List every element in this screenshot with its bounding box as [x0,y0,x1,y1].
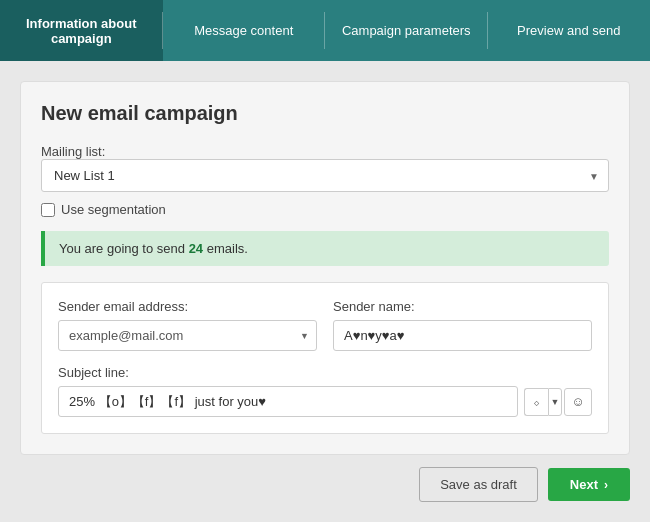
subject-icons: ⬦ ▼ ☺ [524,388,592,416]
tab-information[interactable]: Information about campaign [0,0,163,61]
subject-section: Subject line: ⬦ ▼ ☺ [58,365,592,417]
save-draft-button[interactable]: Save as draft [419,467,538,502]
sender-name-label: Sender name: [333,299,592,314]
emoji-icon[interactable]: ☺ [564,388,592,416]
info-text-after: emails. [203,241,248,256]
subject-input[interactable] [58,386,518,417]
segmentation-row: Use segmentation [41,202,609,217]
mailing-list-label: Mailing list: [41,144,105,159]
sender-email-label: Sender email address: [58,299,317,314]
info-banner: You are going to send 24 emails. [41,231,609,266]
use-segmentation-checkbox[interactable] [41,203,55,217]
tab-parameters[interactable]: Campaign parameters [325,0,488,61]
top-navigation: Information about campaign Message conte… [0,0,650,61]
sender-row: Sender email address: example@mail.com S… [58,299,592,351]
next-arrow-icon: › [604,478,608,492]
sender-form: Sender email address: example@mail.com S… [41,282,609,434]
next-label: Next [570,477,598,492]
mailing-list-wrapper: New List 1 [41,159,609,192]
variable-dropdown-icon[interactable]: ▼ [548,388,562,416]
sender-name-col: Sender name: [333,299,592,351]
tab-preview[interactable]: Preview and send [488,0,651,61]
use-segmentation-label: Use segmentation [61,202,166,217]
subject-row: ⬦ ▼ ☺ [58,386,592,417]
variable-insert-button[interactable]: ⬦ ▼ [524,388,562,416]
next-button[interactable]: Next › [548,468,630,501]
variable-icon[interactable]: ⬦ [524,388,548,416]
page-title: New email campaign [41,102,609,125]
subject-label: Subject line: [58,365,592,380]
tab-message[interactable]: Message content [163,0,326,61]
campaign-card: New email campaign Mailing list: New Lis… [20,81,630,455]
main-content: New email campaign Mailing list: New Lis… [0,61,650,522]
mailing-list-select[interactable]: New List 1 [41,159,609,192]
sender-email-select[interactable]: example@mail.com [58,320,317,351]
bottom-bar: Save as draft Next › [20,455,630,502]
info-text-before: You are going to send [59,241,189,256]
sender-email-col: Sender email address: example@mail.com [58,299,317,351]
email-count: 24 [189,241,203,256]
sender-name-input[interactable] [333,320,592,351]
sender-email-wrapper: example@mail.com [58,320,317,351]
